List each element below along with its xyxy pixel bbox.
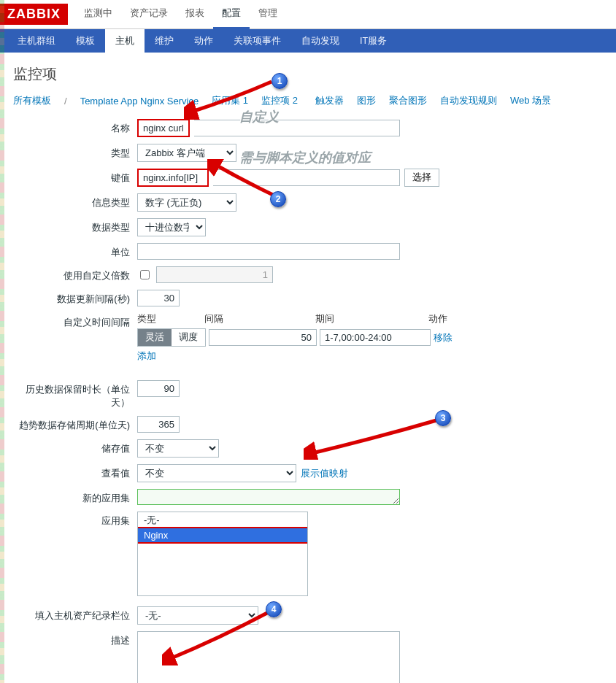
subnav-it-services[interactable]: IT服务 xyxy=(350,29,397,53)
page-title: 监控项 xyxy=(13,64,603,84)
interval-interval-input[interactable] xyxy=(209,329,317,346)
breadcrumb-all-templates[interactable]: 所有模板 xyxy=(13,94,51,107)
subnav-hosts[interactable]: 主机 xyxy=(105,29,145,53)
topnav-admin[interactable]: 管理 xyxy=(250,0,286,29)
label-multiplier: 使用自定义倍数 xyxy=(13,266,137,282)
inventory-select[interactable]: -无- xyxy=(137,606,258,625)
history-input[interactable] xyxy=(137,380,180,397)
interval-add-link[interactable]: 添加 xyxy=(137,350,156,361)
interval-head-period: 期间 xyxy=(315,313,428,325)
label-trends: 趋势数据存储周期(单位天) xyxy=(13,416,137,432)
label-applications: 应用集 xyxy=(13,512,137,528)
annotation-badge-4: 4 xyxy=(266,601,282,617)
interval-head-action: 动作 xyxy=(428,313,457,325)
label-type: 类型 xyxy=(13,144,137,160)
interval-head-interval: 间隔 xyxy=(204,313,315,325)
annotation-badge-1: 1 xyxy=(272,73,288,89)
label-update-interval: 数据更新间隔(秒) xyxy=(13,290,137,306)
tab-applications[interactable]: 应用集 1 xyxy=(212,94,248,107)
label-name: 名称 xyxy=(13,119,137,135)
data-type-select[interactable]: 十进位数字 xyxy=(137,218,206,236)
label-key: 键值 xyxy=(13,169,137,185)
label-history: 历史数据保留时长（单位天） xyxy=(13,380,137,409)
tab-screens[interactable]: 聚合图形 xyxy=(389,94,427,107)
label-data-type: 数据类型 xyxy=(13,218,137,234)
unit-input[interactable] xyxy=(137,243,400,260)
show-value-map-link[interactable]: 展示值映射 xyxy=(301,467,348,480)
name-input[interactable] xyxy=(137,119,190,137)
interval-seg-sched[interactable]: 调度 xyxy=(172,329,205,346)
subnav-actions[interactable]: 动作 xyxy=(184,29,223,53)
breadcrumb-sep: / xyxy=(64,96,67,107)
type-select[interactable]: Zabbix 客户端 xyxy=(137,144,236,162)
label-custom-intervals: 自定义时间间隔 xyxy=(13,313,137,329)
interval-seg-flex[interactable]: 灵活 xyxy=(138,329,172,346)
app-option-nginx[interactable]: Nginx xyxy=(137,527,308,544)
subnav-discovery[interactable]: 自动发现 xyxy=(291,29,350,53)
tab-web[interactable]: Web 场景 xyxy=(510,94,551,107)
label-description: 描述 xyxy=(13,631,137,647)
description-textarea[interactable] xyxy=(137,631,400,683)
subnav-correlation[interactable]: 关联项事件 xyxy=(223,29,291,53)
topnav-monitor[interactable]: 监测中 xyxy=(75,0,121,29)
tab-triggers[interactable]: 触发器 xyxy=(315,94,344,107)
label-show-value: 查看值 xyxy=(13,464,137,480)
logo: ZABBIX xyxy=(0,4,68,25)
key-select-button[interactable]: 选择 xyxy=(404,169,439,187)
label-new-app: 新的应用集 xyxy=(13,489,137,505)
subnav-maintenance[interactable]: 维护 xyxy=(145,29,184,53)
annotation-text-custom: 自定义 xyxy=(239,108,279,126)
item-form: 名称 类型 Zabbix 客户端 键值 选择 信息类型 xyxy=(13,115,603,683)
tab-graphs[interactable]: 图形 xyxy=(357,94,376,107)
show-value-select[interactable]: 不变 xyxy=(137,464,296,482)
label-unit: 单位 xyxy=(13,243,137,259)
interval-period-input[interactable] xyxy=(320,329,431,346)
new-application-input[interactable] xyxy=(137,489,400,505)
update-interval-input[interactable] xyxy=(137,290,180,306)
interval-type-segment[interactable]: 灵活 调度 xyxy=(137,328,206,347)
sub-nav: 主机群组 模板 主机 维护 动作 关联项事件 自动发现 IT服务 xyxy=(0,29,616,53)
topnav-reports[interactable]: 报表 xyxy=(177,0,213,29)
trends-input[interactable] xyxy=(137,416,180,433)
decorative-left-stripe xyxy=(0,0,4,683)
info-type-select[interactable]: 数字 (无正负) xyxy=(137,193,236,212)
label-store-value: 储存值 xyxy=(13,439,137,455)
applications-list[interactable]: -无- Nginx xyxy=(137,512,308,596)
subnav-hostgroups[interactable]: 主机群组 xyxy=(7,29,66,53)
annotation-text-match-script: 需与脚本定义的值对应 xyxy=(239,149,371,166)
subnav-templates[interactable]: 模板 xyxy=(66,29,105,53)
label-info-type: 信息类型 xyxy=(13,193,137,209)
label-inventory: 填入主机资产纪录栏位 xyxy=(13,606,137,622)
topnav-config[interactable]: 配置 xyxy=(213,0,250,29)
interval-remove-link[interactable]: 移除 xyxy=(434,331,453,344)
annotation-badge-3: 3 xyxy=(435,410,451,426)
breadcrumb-template[interactable]: Template App Nginx Service xyxy=(80,96,199,107)
tab-discovery[interactable]: 自动发现规则 xyxy=(440,94,497,107)
tab-items[interactable]: 监控项 2 xyxy=(261,94,298,107)
key-input-rest[interactable] xyxy=(213,169,400,186)
annotation-badge-2: 2 xyxy=(270,191,286,207)
store-value-select[interactable]: 不变 xyxy=(137,439,219,458)
interval-head-type: 类型 xyxy=(137,313,204,325)
multiplier-value[interactable] xyxy=(156,266,273,283)
name-input-rest[interactable] xyxy=(194,120,400,136)
multiplier-checkbox[interactable] xyxy=(140,270,150,279)
app-option-none[interactable]: -无- xyxy=(138,512,307,528)
topnav-inventory[interactable]: 资产记录 xyxy=(121,0,177,29)
key-input[interactable] xyxy=(137,169,209,187)
top-nav: 监测中 资产记录 报表 配置 管理 xyxy=(75,0,286,29)
context-tabs: 所有模板 / Template App Nginx Service 应用集 1 … xyxy=(13,91,603,115)
interval-header: 类型 间隔 期间 动作 xyxy=(137,313,457,325)
top-bar: ZABBIX 监测中 资产记录 报表 配置 管理 xyxy=(0,0,616,29)
